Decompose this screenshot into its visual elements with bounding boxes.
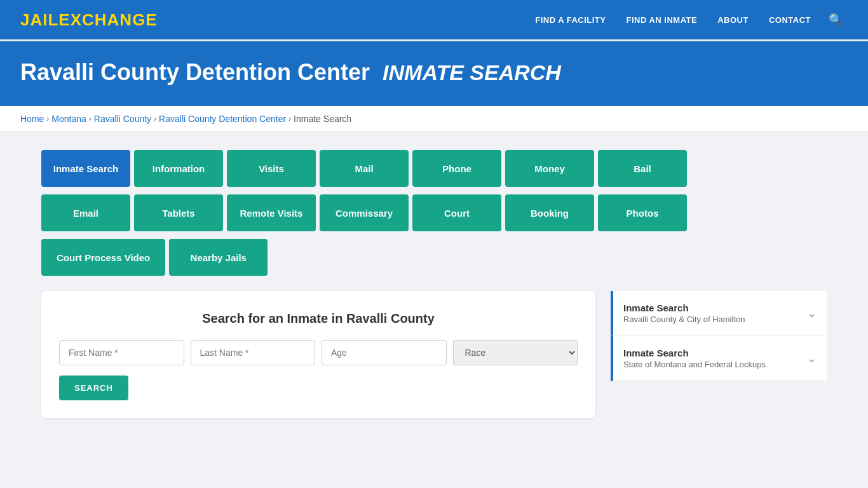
logo-exchange: EXCHANGE xyxy=(58,10,157,29)
breadcrumb-montana[interactable]: Montana xyxy=(51,114,86,124)
breadcrumb-detention-center[interactable]: Ravalli County Detention Center xyxy=(159,114,286,124)
nav-find-inmate[interactable]: FIND AN INMATE xyxy=(618,10,705,30)
chevron-down-icon: ⌄ xyxy=(807,306,817,320)
tab-nearby-jails[interactable]: Nearby Jails xyxy=(169,239,268,276)
search-title: Search for an Inmate in Ravalli County xyxy=(59,311,578,326)
tab-row-2: Email Tablets Remote Visits Commissary C… xyxy=(41,194,687,231)
tab-phone[interactable]: Phone xyxy=(412,150,501,187)
breadcrumb: Home › Montana › Ravalli County › Ravall… xyxy=(20,114,848,124)
content-row: Search for an Inmate in Ravalli County R… xyxy=(41,291,827,418)
hero-subtitle: INMATE SEARCH xyxy=(383,60,561,85)
sidebar-item-ravalli-text: Inmate Search Ravalli County & City of H… xyxy=(623,302,745,324)
nav-find-facility[interactable]: FIND A FACILITY xyxy=(527,10,613,30)
chevron-down-icon-2: ⌄ xyxy=(807,351,817,365)
main-content: Inmate Search Information Visits Mail Ph… xyxy=(21,132,847,436)
tab-information[interactable]: Information xyxy=(134,150,223,187)
breadcrumb-sep-3: › xyxy=(154,114,156,123)
tab-tablets[interactable]: Tablets xyxy=(134,194,223,231)
breadcrumb-sep-2: › xyxy=(89,114,92,123)
tab-visits[interactable]: Visits xyxy=(227,150,316,187)
search-box: Search for an Inmate in Ravalli County R… xyxy=(41,291,595,418)
race-select[interactable]: Race White Black Hispanic Asian Native A… xyxy=(453,340,578,365)
nav-about[interactable]: ABOUT xyxy=(710,10,756,30)
hero-facility-name: Ravalli County Detention Center xyxy=(20,59,370,85)
tab-bail[interactable]: Bail xyxy=(598,150,687,187)
sidebar: Inmate Search Ravalli County & City of H… xyxy=(611,291,827,381)
tab-court[interactable]: Court xyxy=(412,194,501,231)
tab-row-1: Inmate Search Information Visits Mail Ph… xyxy=(41,150,687,187)
tab-email[interactable]: Email xyxy=(41,194,130,231)
breadcrumb-sep-1: › xyxy=(46,114,49,123)
hero-section: Ravalli County Detention Center INMATE S… xyxy=(0,41,868,106)
tab-mail[interactable]: Mail xyxy=(320,150,409,187)
search-button[interactable]: SEARCH xyxy=(59,376,128,400)
sidebar-item-ravalli-subtitle: Ravalli County & City of Hamilton xyxy=(623,315,745,324)
tab-row-3: Court Process Video Nearby Jails xyxy=(41,239,268,276)
breadcrumb-bar: Home › Montana › Ravalli County › Ravall… xyxy=(0,106,868,132)
nav-links: FIND A FACILITY FIND AN INMATE ABOUT CON… xyxy=(527,8,848,32)
age-input[interactable] xyxy=(322,340,447,365)
logo-jail: JAIL xyxy=(20,10,58,29)
breadcrumb-sep-4: › xyxy=(288,114,291,123)
tab-court-process-video[interactable]: Court Process Video xyxy=(41,239,165,276)
breadcrumb-home[interactable]: Home xyxy=(20,114,44,124)
navbar: JAILEXCHANGE FIND A FACILITY FIND AN INM… xyxy=(0,0,868,41)
tab-money[interactable]: Money xyxy=(505,150,594,187)
last-name-input[interactable] xyxy=(191,340,316,365)
sidebar-item-montana-subtitle: State of Montana and Federal Lockups xyxy=(623,360,766,369)
nav-search-button[interactable]: 🔍 xyxy=(824,8,848,32)
sidebar-item-montana[interactable]: Inmate Search State of Montana and Feder… xyxy=(611,336,827,381)
tab-photos[interactable]: Photos xyxy=(598,194,687,231)
first-name-input[interactable] xyxy=(59,340,184,365)
tab-grid: Inmate Search Information Visits Mail Ph… xyxy=(41,150,827,276)
tab-commissary[interactable]: Commissary xyxy=(320,194,409,231)
tab-remote-visits[interactable]: Remote Visits xyxy=(227,194,316,231)
sidebar-item-ravalli[interactable]: Inmate Search Ravalli County & City of H… xyxy=(611,291,827,336)
tab-inmate-search[interactable]: Inmate Search xyxy=(41,150,130,187)
breadcrumb-ravalli-county[interactable]: Ravalli County xyxy=(94,114,151,124)
sidebar-item-montana-title: Inmate Search xyxy=(623,348,766,358)
nav-contact[interactable]: CONTACT xyxy=(761,10,818,30)
site-logo[interactable]: JAILEXCHANGE xyxy=(20,10,158,30)
sidebar-item-ravalli-title: Inmate Search xyxy=(623,302,745,313)
breadcrumb-current: Inmate Search xyxy=(294,114,351,124)
tab-booking[interactable]: Booking xyxy=(505,194,594,231)
sidebar-item-montana-text: Inmate Search State of Montana and Feder… xyxy=(623,348,766,369)
search-fields: Race White Black Hispanic Asian Native A… xyxy=(59,340,578,365)
page-title: Ravalli County Detention Center INMATE S… xyxy=(20,59,848,86)
